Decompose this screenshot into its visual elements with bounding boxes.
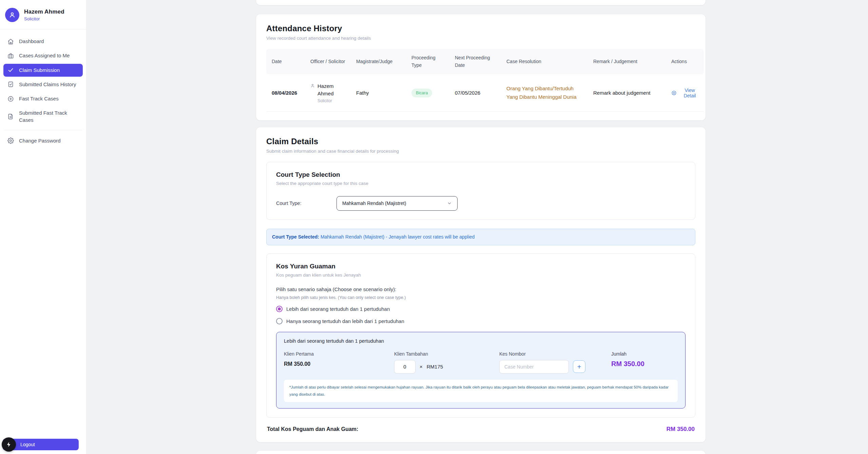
total-value: RM 350.00	[667, 426, 695, 433]
kos-yuran-section: Kos Yuran Guaman Kos peguam dan klien un…	[266, 253, 695, 418]
next-card-edge	[256, 451, 706, 454]
user-name: Hazem Ahmed	[24, 8, 64, 15]
lightning-icon	[6, 441, 12, 448]
attendance-title: Attendance History	[266, 24, 695, 33]
court-type-section: Court Type Selection Select the appropri…	[266, 162, 695, 220]
court-type-selected-value: Mahkamah Rendah (Majistret)	[342, 201, 406, 206]
sidebar-item-label: Submitted Fast Track Cases	[19, 110, 79, 124]
column-header-officer: Officer / Solicitor	[306, 49, 352, 74]
kes-nombor-label: Kes Nombor	[499, 351, 611, 357]
klien-tambahan-label: Klien Tambahan	[394, 351, 499, 357]
radio-label: Hanya seorang tertuduh dan lebih dari 1 …	[286, 318, 404, 324]
klien-tambahan-input[interactable]	[394, 360, 416, 374]
attendance-subtitle: View recorded court attendance and heari…	[266, 36, 695, 41]
person-icon	[8, 11, 16, 19]
fee-panel: Lebih dari seorang tertuduh dan 1 pertud…	[276, 332, 686, 409]
column-header-proceeding-type: Proceeding Type	[407, 49, 451, 74]
fee-footnote: *Jumlah di atas perlu dibayar setelah se…	[284, 380, 678, 402]
user-role: Solicitor	[24, 16, 64, 21]
total-row: Total Kos Peguam dan Anak Guam: RM 350.0…	[266, 426, 695, 433]
sidebar-item-label: Claim Submission	[19, 67, 60, 74]
column-header-date: Date	[266, 49, 306, 74]
cell-case-resolution: Orang Yang Dibantu/Tertuduh Yang Dibantu…	[502, 74, 589, 111]
sidebar-item-change-password[interactable]: Change Password	[3, 134, 83, 147]
logout-area: Logout	[3, 439, 79, 450]
cell-officer: Hazem Ahmed Solicitor	[306, 74, 352, 111]
gear-icon	[7, 137, 14, 144]
main-content: Attendance History View recorded court a…	[86, 0, 868, 454]
user-profile: Hazem Ahmed Solicitor	[0, 0, 86, 29]
table-header-row: Date Officer / Solicitor Magistrate/Judg…	[266, 49, 704, 74]
home-icon	[7, 38, 14, 45]
person-icon	[310, 83, 315, 88]
claim-details-card: Claim Details Submit claim information a…	[256, 127, 706, 442]
view-detail-button[interactable]: View Detail	[671, 88, 700, 98]
officer-name: Hazem Ahmed	[317, 82, 348, 97]
plus-circle-icon	[7, 96, 14, 102]
column-header-actions: Actions	[667, 49, 704, 74]
sidebar-item-cases-assigned[interactable]: Cases Assigned to Me	[3, 49, 83, 62]
scenario-choose-note: Hanya boleh pilih satu jenis kes. (You c…	[276, 295, 686, 300]
claim-subtitle: Submit claim information and case financ…	[266, 149, 695, 154]
cell-magistrate: Fathy	[352, 74, 407, 111]
jumlah-label: Jumlah	[611, 351, 644, 357]
table-row: 08/04/2026 Hazem Ahmed Solicitor	[266, 74, 704, 111]
info-bar-text: Mahkamah Rendah (Majistret) - Jenayah la…	[319, 234, 475, 240]
sidebar: Hazem Ahmed Solicitor Dashboard Cases As…	[0, 0, 86, 454]
cell-proceeding-type: Bicara	[407, 74, 451, 111]
cell-next-date: 07/05/2026	[451, 74, 502, 111]
radio-label: Lebih dari seorang tertuduh dan 1 pertud…	[286, 306, 390, 312]
court-type-info-bar: Court Type Selected: Mahkamah Rendah (Ma…	[266, 229, 695, 245]
scenario-choose-label: Pilih satu senario sahaja (Choose one sc…	[276, 286, 686, 292]
sidebar-item-claim-submission[interactable]: Claim Submission	[3, 64, 83, 77]
column-header-case-resolution: Case Resolution	[502, 49, 589, 74]
sidebar-item-label: Fast Track Cases	[19, 95, 59, 102]
briefcase-icon	[7, 53, 14, 59]
previous-card-edge	[256, 0, 706, 5]
officer-role: Solicitor	[317, 98, 348, 103]
radio-option-multiple-accused[interactable]: Lebih dari seorang tertuduh dan 1 pertud…	[276, 306, 686, 312]
attendance-history-card: Attendance History View recorded court a…	[256, 14, 706, 120]
cell-date: 08/04/2026	[266, 74, 306, 111]
case-number-input[interactable]	[499, 360, 569, 374]
sidebar-item-dashboard[interactable]: Dashboard	[3, 35, 83, 48]
sidebar-item-submitted-fast-track[interactable]: Submitted Fast Track Cases	[3, 107, 83, 127]
rate-per-client: RM175	[427, 364, 443, 370]
radio-selected-icon	[276, 306, 283, 312]
sidebar-item-label: Submitted Claims History	[19, 81, 76, 88]
sidebar-divider	[4, 130, 82, 130]
document-check-icon	[7, 81, 14, 88]
court-type-title: Court Type Selection	[276, 171, 686, 178]
add-case-button[interactable]: +	[573, 360, 585, 373]
column-header-magistrate: Magistrate/Judge	[352, 49, 407, 74]
multiply-sign: ×	[420, 364, 423, 370]
sidebar-item-label: Dashboard	[19, 38, 44, 45]
jumlah-value: RM 350.00	[611, 360, 644, 368]
kos-title: Kos Yuran Guaman	[276, 263, 686, 270]
column-header-remark: Remark / Judgement	[589, 49, 667, 74]
claim-title: Claim Details	[266, 137, 695, 146]
klien-pertama-label: Klien Pertama	[284, 351, 394, 357]
sidebar-nav: Dashboard Cases Assigned to Me Claim Sub…	[0, 30, 86, 152]
sidebar-item-fast-track[interactable]: Fast Track Cases	[3, 92, 83, 105]
court-type-label: Court Type:	[276, 201, 336, 206]
check-icon	[7, 67, 14, 73]
proceeding-type-badge: Bicara	[411, 89, 432, 97]
court-type-select[interactable]: Mahkamah Rendah (Majistret)	[336, 196, 458, 211]
attendance-table: Date Officer / Solicitor Magistrate/Judg…	[266, 49, 704, 112]
column-header-next-proceeding: Next Proceeding Date	[451, 49, 502, 74]
devtools-badge[interactable]	[2, 437, 16, 452]
user-avatar	[5, 8, 19, 22]
radio-unselected-icon	[276, 318, 283, 324]
klien-pertama-value: RM 350.00	[284, 361, 394, 367]
sidebar-item-submitted-claims[interactable]: Submitted Claims History	[3, 78, 83, 91]
radio-option-single-accused[interactable]: Hanya seorang tertuduh dan lebih dari 1 …	[276, 318, 686, 324]
total-label: Total Kos Peguam dan Anak Guam:	[267, 426, 358, 432]
kos-subtitle: Kos peguam dan klien untuk kes Jenayah	[276, 272, 686, 278]
sidebar-item-label: Cases Assigned to Me	[19, 52, 70, 59]
cell-actions: View Detail	[667, 74, 704, 111]
chevron-down-icon	[447, 201, 452, 206]
info-bar-bold: Court Type Selected:	[272, 234, 319, 240]
fee-panel-title: Lebih dari seorang tertuduh dan 1 pertud…	[284, 338, 678, 344]
view-detail-label: View Detail	[680, 88, 700, 98]
